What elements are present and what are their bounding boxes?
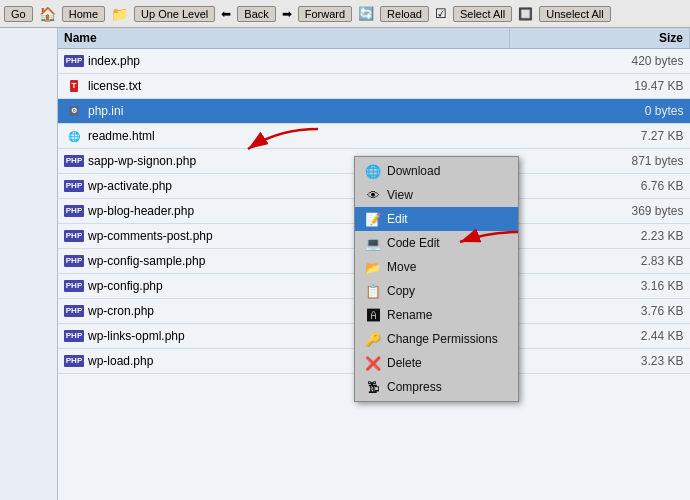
delete-icon: ❌ xyxy=(365,355,381,371)
file-name: readme.html xyxy=(88,129,155,143)
file-size-cell: 2.23 KB xyxy=(510,224,690,249)
file-size-cell: 2.44 KB xyxy=(510,324,690,349)
col-size-header: Size xyxy=(510,28,690,49)
left-pane xyxy=(0,28,58,500)
context-menu-label: Compress xyxy=(387,380,442,394)
file-name: license.txt xyxy=(88,79,141,93)
context-menu-item-compress[interactable]: 🗜 Compress xyxy=(355,375,518,399)
context-menu-label: Change Permissions xyxy=(387,332,498,346)
forward-button[interactable]: Forward xyxy=(298,6,352,22)
main-pane: Name Size PHP index.php 420 bytes T lice… xyxy=(58,28,690,500)
file-name: wp-blog-header.php xyxy=(88,204,194,218)
context-menu-item-edit[interactable]: 📝 Edit xyxy=(355,207,518,231)
file-size-cell: 3.76 KB xyxy=(510,299,690,324)
context-menu-item-download[interactable]: 🌐 Download xyxy=(355,159,518,183)
file-name: wp-comments-post.php xyxy=(88,229,213,243)
col-name-header: Name xyxy=(58,28,510,49)
file-size-cell: 420 bytes xyxy=(510,49,690,74)
file-size-cell: 3.23 KB xyxy=(510,349,690,374)
up-one-level-button[interactable]: Up One Level xyxy=(134,6,215,22)
back-button[interactable]: Back xyxy=(237,6,275,22)
file-name: php.ini xyxy=(88,104,123,118)
file-name: wp-activate.php xyxy=(88,179,172,193)
context-menu-label: Download xyxy=(387,164,440,178)
file-name: wp-config-sample.php xyxy=(88,254,205,268)
file-name: sapp-wp-signon.php xyxy=(88,154,196,168)
file-size-cell: 2.83 KB xyxy=(510,249,690,274)
context-menu-label: Edit xyxy=(387,212,408,226)
context-menu-item-change-permissions[interactable]: 🔑 Change Permissions xyxy=(355,327,518,351)
rename-icon: 🅰 xyxy=(365,307,381,323)
context-menu-item-view[interactable]: 👁 View xyxy=(355,183,518,207)
file-size-cell: 7.27 KB xyxy=(510,124,690,149)
file-size-cell: 369 bytes xyxy=(510,199,690,224)
table-row[interactable]: T license.txt 19.47 KB xyxy=(58,74,690,99)
file-name-cell[interactable]: PHP index.php xyxy=(58,49,510,74)
file-name-cell[interactable]: 🌐 readme.html xyxy=(58,124,510,149)
file-name: wp-cron.php xyxy=(88,304,154,318)
home-button[interactable]: Home xyxy=(62,6,105,22)
context-menu-label: Rename xyxy=(387,308,432,322)
context-menu-item-code-edit[interactable]: 💻 Code Edit xyxy=(355,231,518,255)
file-name: wp-config.php xyxy=(88,279,163,293)
file-name-cell[interactable]: ⚙ php.ini xyxy=(58,99,510,124)
file-size-cell: 3.16 KB xyxy=(510,274,690,299)
context-menu: 🌐 Download 👁 View 📝 Edit 💻 Code Edit 📂 M… xyxy=(354,156,519,402)
select-all-button[interactable]: Select All xyxy=(453,6,512,22)
file-name: index.php xyxy=(88,54,140,68)
toolbar: Go 🏠 Home 📁 Up One Level ⬅ Back ➡ Forwar… xyxy=(0,0,690,28)
file-name-cell[interactable]: T license.txt xyxy=(58,74,510,99)
context-menu-label: Move xyxy=(387,260,416,274)
context-menu-item-copy[interactable]: 📋 Copy xyxy=(355,279,518,303)
download-icon: 🌐 xyxy=(365,163,381,179)
file-size-cell: 871 bytes xyxy=(510,149,690,174)
table-row[interactable]: 🌐 readme.html 7.27 KB xyxy=(58,124,690,149)
copy-icon: 📋 xyxy=(365,283,381,299)
context-menu-label: Copy xyxy=(387,284,415,298)
file-name: wp-load.php xyxy=(88,354,153,368)
file-size-cell: 0 bytes xyxy=(510,99,690,124)
compress-icon: 🗜 xyxy=(365,379,381,395)
move-icon: 📂 xyxy=(365,259,381,275)
table-row[interactable]: PHP index.php 420 bytes xyxy=(58,49,690,74)
context-menu-label: View xyxy=(387,188,413,202)
table-row[interactable]: ⚙ php.ini 0 bytes xyxy=(58,99,690,124)
context-menu-label: Code Edit xyxy=(387,236,440,250)
file-manager: Name Size PHP index.php 420 bytes T lice… xyxy=(0,28,690,500)
context-menu-label: Delete xyxy=(387,356,422,370)
change-permissions-icon: 🔑 xyxy=(365,331,381,347)
edit-icon: 📝 xyxy=(365,211,381,227)
code-edit-icon: 💻 xyxy=(365,235,381,251)
context-menu-item-move[interactable]: 📂 Move xyxy=(355,255,518,279)
context-menu-item-delete[interactable]: ❌ Delete xyxy=(355,351,518,375)
view-icon: 👁 xyxy=(365,187,381,203)
context-menu-item-rename[interactable]: 🅰 Rename xyxy=(355,303,518,327)
file-size-cell: 6.76 KB xyxy=(510,174,690,199)
go-button[interactable]: Go xyxy=(4,6,33,22)
file-name: wp-links-opml.php xyxy=(88,329,185,343)
file-size-cell: 19.47 KB xyxy=(510,74,690,99)
reload-button[interactable]: Reload xyxy=(380,6,429,22)
unselect-all-button[interactable]: Unselect All xyxy=(539,6,610,22)
